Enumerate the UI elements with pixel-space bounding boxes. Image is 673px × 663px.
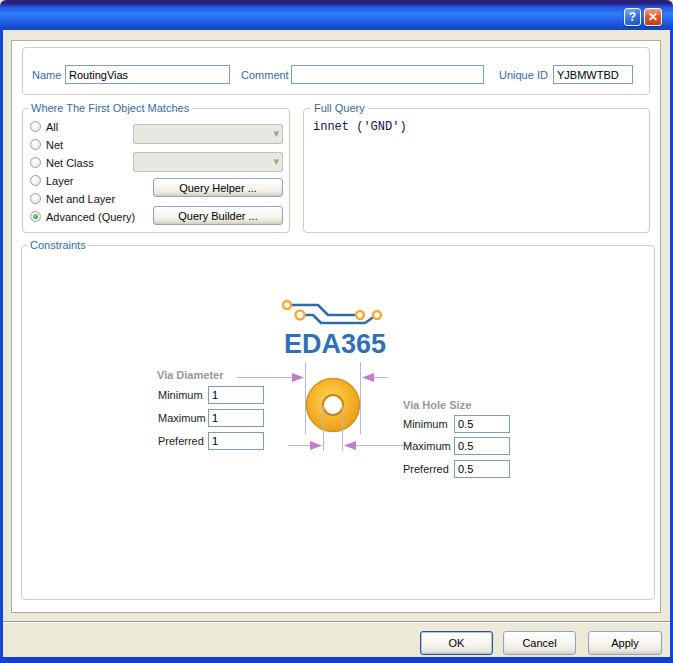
via-hole-preferred-input[interactable] bbox=[454, 460, 510, 478]
comment-input[interactable] bbox=[291, 65, 484, 84]
apply-button[interactable]: Apply bbox=[588, 631, 662, 655]
constraints-title: Constraints bbox=[27, 239, 89, 251]
unique-id-input[interactable] bbox=[553, 65, 633, 84]
radio-option-label: Net bbox=[46, 139, 63, 151]
radio-icon[interactable] bbox=[30, 121, 41, 132]
full-query-text[interactable]: innet ('GND') bbox=[313, 120, 643, 220]
help-icon[interactable]: ? bbox=[624, 8, 641, 26]
net-class-dropdown[interactable]: ▾ bbox=[133, 152, 283, 172]
title-bar[interactable]: ? ✕ bbox=[0, 0, 673, 30]
close-glyph: ✕ bbox=[648, 10, 658, 24]
chevron-down-icon: ▾ bbox=[273, 155, 279, 168]
cancel-button[interactable]: Cancel bbox=[503, 631, 576, 655]
help-glyph: ? bbox=[629, 10, 636, 24]
unique-id-label: Unique ID bbox=[499, 69, 548, 81]
ok-button[interactable]: OK bbox=[420, 631, 493, 655]
via-hole-minimum-label: Minimum bbox=[403, 418, 448, 430]
via-hole-size-heading: Via Hole Size bbox=[403, 399, 471, 411]
radio-option-label: Layer bbox=[46, 175, 74, 187]
via-diameter-preferred-input[interactable] bbox=[208, 432, 264, 450]
via-hole-maximum-label: Maximum bbox=[403, 440, 451, 452]
via-diameter-maximum-input[interactable] bbox=[208, 409, 264, 427]
via-hole-preferred-label: Preferred bbox=[403, 463, 449, 475]
via-diameter-minimum-input[interactable] bbox=[208, 386, 264, 404]
where-group-title: Where The First Object Matches bbox=[28, 102, 192, 114]
close-icon[interactable]: ✕ bbox=[644, 8, 662, 26]
window-border-left bbox=[0, 28, 3, 657]
name-input[interactable] bbox=[65, 65, 230, 84]
radio-icon[interactable] bbox=[30, 193, 41, 204]
via-hole-maximum-input[interactable] bbox=[454, 437, 510, 455]
radio-option-label: Net Class bbox=[46, 157, 94, 169]
radio-icon[interactable] bbox=[30, 175, 41, 186]
window-border-bottom bbox=[0, 657, 673, 663]
footer-divider bbox=[3, 621, 670, 623]
query-helper-button[interactable]: Query Helper ... bbox=[153, 178, 283, 197]
eda365-logo-text: EDA365 bbox=[275, 330, 395, 358]
radio-option-label: Net and Layer bbox=[46, 193, 115, 205]
rule-edit-dialog: ? ✕ Name Comment Unique ID Where The Fir… bbox=[0, 0, 673, 663]
query-builder-button[interactable]: Query Builder ... bbox=[153, 206, 283, 225]
chevron-down-icon: ▾ bbox=[273, 127, 279, 140]
radio-icon[interactable] bbox=[30, 139, 41, 150]
via-diameter-minimum-label: Minimum bbox=[158, 389, 203, 401]
via-diameter-heading: Via Diameter bbox=[157, 369, 223, 381]
radio-option-label: Advanced (Query) bbox=[46, 211, 135, 223]
full-query-title: Full Query bbox=[311, 102, 368, 114]
radio-icon[interactable] bbox=[30, 211, 41, 222]
radio-icon[interactable] bbox=[30, 157, 41, 168]
via-diameter-maximum-label: Maximum bbox=[158, 412, 206, 424]
net-dropdown[interactable]: ▾ bbox=[133, 124, 283, 144]
via-diameter-preferred-label: Preferred bbox=[158, 435, 204, 447]
comment-label: Comment bbox=[241, 69, 289, 81]
radio-option-label: All bbox=[46, 121, 58, 133]
via-hole-minimum-input[interactable] bbox=[454, 415, 510, 433]
name-label: Name bbox=[32, 69, 61, 81]
